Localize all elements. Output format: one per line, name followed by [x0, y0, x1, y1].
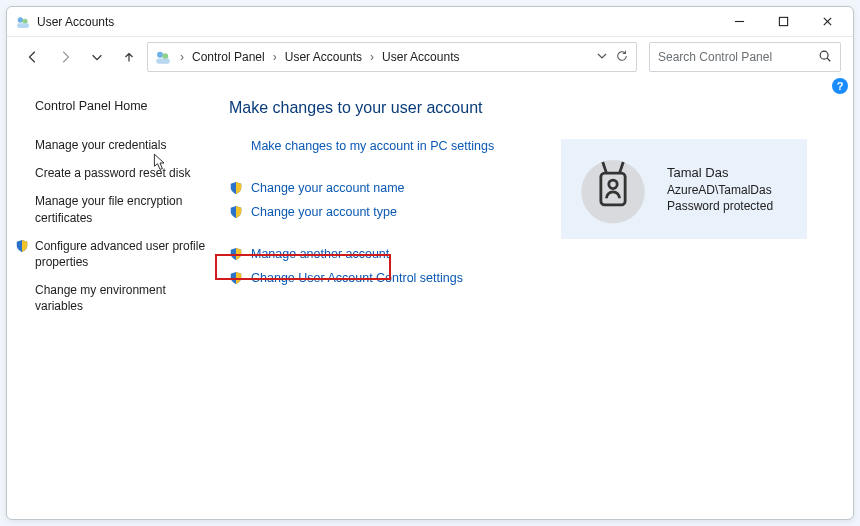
svg-point-0	[18, 17, 23, 22]
sidebar-item-label: Manage your credentials	[35, 138, 166, 152]
svg-rect-9	[156, 59, 170, 64]
chevron-right-icon[interactable]: ›	[368, 50, 376, 64]
sidebar-item-password-reset-disk[interactable]: Create a password reset disk	[35, 165, 207, 181]
address-dropdown-icon[interactable]	[596, 50, 608, 65]
svg-line-11	[827, 58, 830, 61]
link-label: Change your account name	[251, 181, 405, 195]
shield-icon	[229, 247, 243, 261]
main-panel: Make changes to your user account Make c…	[217, 99, 835, 509]
chevron-right-icon[interactable]: ›	[178, 50, 186, 64]
content-area: Control Panel Home Manage your credentia…	[7, 77, 853, 519]
maximize-button[interactable]	[761, 8, 805, 36]
sidebar-item-manage-credentials[interactable]: Manage your credentials	[35, 137, 207, 153]
user-status: Password protected	[667, 198, 773, 214]
user-accounts-icon	[15, 14, 31, 30]
svg-point-1	[22, 18, 27, 23]
window-title: User Accounts	[37, 15, 114, 29]
svg-point-7	[157, 52, 163, 58]
shield-icon	[229, 271, 243, 285]
help-icon[interactable]: ?	[832, 78, 848, 94]
link-label: Make changes to my account in PC setting…	[251, 139, 494, 153]
link-label: Change User Account Control settings	[251, 271, 463, 285]
back-button[interactable]	[19, 43, 47, 71]
breadcrumb-level1[interactable]: User Accounts	[281, 50, 366, 64]
user-name: Tamal Das	[667, 164, 773, 182]
sidebar-item-label: Change my environment variables	[35, 283, 166, 313]
help-label: ?	[837, 80, 844, 92]
up-button[interactable]	[115, 43, 143, 71]
chevron-right-icon[interactable]: ›	[271, 50, 279, 64]
forward-button[interactable]	[51, 43, 79, 71]
minimize-button[interactable]	[717, 8, 761, 36]
recent-locations-button[interactable]	[83, 43, 111, 71]
shield-icon	[229, 181, 243, 195]
refresh-icon[interactable]	[616, 50, 628, 65]
user-domain: AzureAD\TamalDas	[667, 182, 773, 198]
sidebar-item-advanced-profile[interactable]: Configure advanced user profile properti…	[35, 238, 207, 270]
svg-rect-2	[17, 23, 29, 28]
page-heading: Make changes to your user account	[229, 99, 835, 117]
svg-point-8	[162, 53, 168, 59]
search-placeholder: Search Control Panel	[658, 50, 772, 64]
svg-point-10	[820, 51, 828, 59]
svg-rect-4	[779, 17, 787, 25]
avatar	[571, 147, 655, 231]
sidebar-item-label: Create a password reset disk	[35, 166, 190, 180]
window-frame: User Accounts › Control P	[6, 6, 854, 520]
navigation-bar: › Control Panel › User Accounts › User A…	[7, 37, 853, 77]
search-icon	[818, 49, 832, 66]
sidebar-item-file-encryption[interactable]: Manage your file encryption certificates	[35, 193, 207, 225]
link-label: Change your account type	[251, 205, 397, 219]
shield-icon	[15, 239, 29, 253]
sidebar: Control Panel Home Manage your credentia…	[35, 99, 217, 509]
link-label: Manage another account	[251, 247, 389, 261]
breadcrumb-root[interactable]: Control Panel	[188, 50, 269, 64]
address-bar[interactable]: › Control Panel › User Accounts › User A…	[147, 42, 637, 72]
link-manage-another-account[interactable]: Manage another account	[251, 247, 835, 261]
sidebar-item-env-vars[interactable]: Change my environment variables	[35, 282, 207, 314]
shield-icon	[229, 205, 243, 219]
user-account-card: Tamal Das AzureAD\TamalDas Password prot…	[561, 139, 807, 239]
breadcrumb-level2[interactable]: User Accounts	[378, 50, 463, 64]
link-change-uac-settings[interactable]: Change User Account Control settings	[251, 271, 835, 285]
title-bar: User Accounts	[7, 7, 853, 37]
sidebar-item-label: Manage your file encryption certificates	[35, 194, 182, 224]
user-accounts-icon	[154, 48, 172, 66]
search-input[interactable]: Search Control Panel	[649, 42, 841, 72]
close-button[interactable]	[805, 8, 849, 36]
control-panel-home-link[interactable]: Control Panel Home	[35, 99, 207, 113]
sidebar-item-label: Configure advanced user profile properti…	[35, 238, 207, 270]
